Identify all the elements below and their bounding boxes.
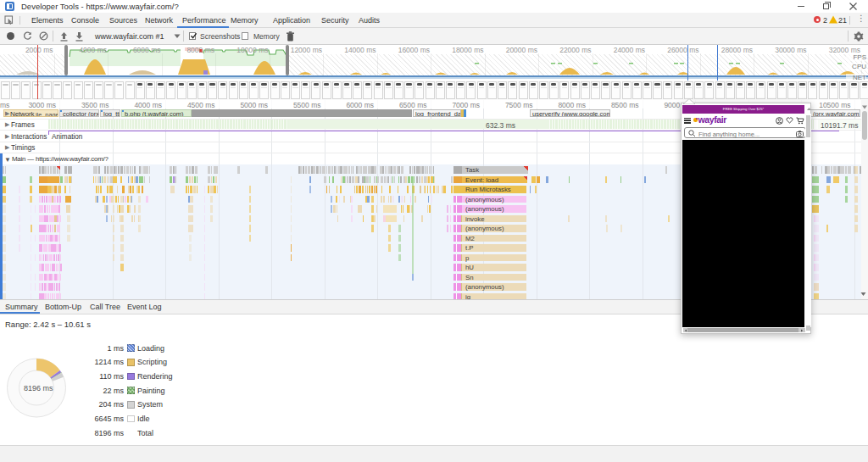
svg-text:Run Microtasks: Run Microtasks <box>465 186 511 193</box>
svg-text:(anonymous): (anonymous) <box>465 205 504 213</box>
svg-text:Sn: Sn <box>465 274 474 281</box>
svg-text:(anonymous): (anonymous) <box>465 225 504 232</box>
svg-text:iq: iq <box>465 293 470 300</box>
svg-text:M2: M2 <box>465 235 475 242</box>
svg-text:invoke: invoke <box>465 215 485 223</box>
svg-text:(anonymous): (anonymous) <box>465 283 504 291</box>
svg-text:Task: Task <box>465 166 479 174</box>
svg-text:t.P: t.P <box>465 244 474 252</box>
svg-text:p: p <box>465 254 470 262</box>
svg-text:(anonymous): (anonymous) <box>465 196 504 203</box>
svg-text:Event: load: Event: load <box>465 176 498 184</box>
svg-text:hU: hU <box>465 264 474 271</box>
